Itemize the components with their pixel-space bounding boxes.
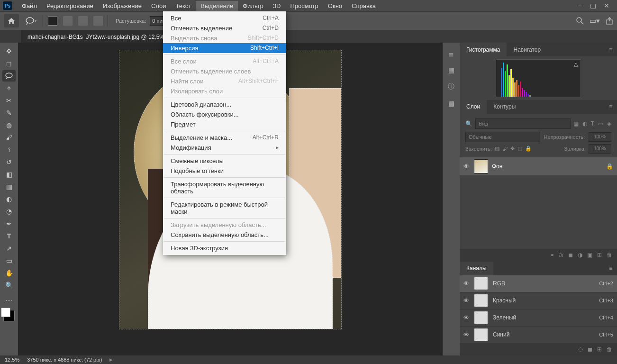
- tab-layers[interactable]: Слои: [460, 100, 487, 114]
- layer-name[interactable]: Фон: [492, 163, 502, 170]
- active-tool-icon[interactable]: ▾: [23, 14, 39, 27]
- delete-layer-icon[interactable]: 🗑: [607, 252, 612, 258]
- selection-intersect-icon[interactable]: [93, 16, 103, 26]
- opacity-input[interactable]: [589, 132, 611, 142]
- menu-фильтр[interactable]: Фильтр: [238, 1, 268, 11]
- restore-icon[interactable]: ▢: [590, 2, 596, 9]
- filter-pixel-icon[interactable]: ▦: [573, 120, 579, 127]
- menu-выделение[interactable]: Выделение: [196, 1, 238, 11]
- panel-icon-2[interactable]: ▦: [448, 66, 454, 74]
- color-swatches[interactable]: [3, 310, 15, 321]
- channel-row[interactable]: 👁КрасныйCtrl+3: [460, 292, 617, 309]
- layer-visibility-icon[interactable]: 👁: [463, 163, 470, 170]
- menu-item[interactable]: Смежные пикселы: [163, 156, 286, 166]
- marquee-tool[interactable]: ◻: [2, 58, 16, 69]
- menu-изображение[interactable]: Изображение: [98, 1, 146, 11]
- histogram-display[interactable]: ⚠: [496, 59, 581, 97]
- menu-item[interactable]: Трансформировать выделенную область: [163, 179, 286, 196]
- dodge-tool[interactable]: ◔: [2, 206, 16, 217]
- zoom-tool[interactable]: 🔍: [2, 280, 16, 291]
- lock-paint-icon[interactable]: 🖌: [502, 146, 508, 152]
- menu-item[interactable]: ИнверсияShift+Ctrl+I: [163, 43, 286, 53]
- menu-item[interactable]: Модификация▸: [163, 143, 286, 153]
- channel-visibility-icon[interactable]: 👁: [463, 331, 469, 338]
- filter-adjust-icon[interactable]: ◐: [582, 120, 587, 127]
- layer-empty-area[interactable]: [460, 175, 617, 249]
- menu-item[interactable]: Цветовой диапазон...: [163, 100, 286, 109]
- history-brush-tool[interactable]: ↺: [2, 156, 16, 168]
- lock-position-icon[interactable]: ✥: [510, 146, 515, 152]
- pen-tool[interactable]: ✒: [2, 218, 16, 229]
- lock-artboard-icon[interactable]: ▢: [517, 146, 522, 152]
- panel-menu-icon[interactable]: ≡: [604, 46, 617, 53]
- tab-paths[interactable]: Контуры: [487, 100, 522, 114]
- channel-visibility-icon[interactable]: 👁: [463, 280, 469, 287]
- panel-icon-1[interactable]: ≣: [448, 50, 454, 58]
- layer-lock-icon[interactable]: 🔒: [606, 163, 613, 170]
- move-tool[interactable]: ✥: [2, 46, 16, 57]
- tab-histogram[interactable]: Гистограмма: [460, 43, 507, 56]
- workspace-switcher-icon[interactable]: ▭▾: [590, 17, 600, 25]
- channel-visibility-icon[interactable]: 👁: [463, 314, 469, 321]
- menu-item[interactable]: Выделение и маска...Alt+Ctrl+R: [163, 133, 286, 143]
- channel-to-selection-icon[interactable]: ◌: [578, 346, 583, 353]
- filter-smart-icon[interactable]: ◈: [607, 120, 611, 127]
- layer-mask-icon[interactable]: ◼: [568, 252, 573, 258]
- lock-all-icon[interactable]: 🔒: [525, 146, 532, 152]
- search-icon[interactable]: [576, 17, 584, 25]
- menu-item[interactable]: Область фокусировки...: [163, 109, 286, 119]
- healing-tool[interactable]: ◍: [2, 119, 16, 131]
- menu-item[interactable]: Редактировать в режиме быстрой маски: [163, 200, 286, 217]
- new-channel-icon[interactable]: ⊞: [597, 346, 602, 353]
- menu-слои[interactable]: Слои: [146, 1, 171, 11]
- layer-filter-input[interactable]: [475, 118, 571, 129]
- tab-navigator[interactable]: Навигатор: [507, 43, 547, 56]
- shape-tool[interactable]: ▭: [2, 255, 16, 266]
- gradient-tool[interactable]: ▦: [2, 181, 16, 192]
- stamp-tool[interactable]: ⟟: [2, 144, 16, 155]
- menu-текст[interactable]: Текст: [171, 1, 196, 11]
- filter-type-icon[interactable]: T: [591, 120, 594, 127]
- selection-new-icon[interactable]: [48, 16, 57, 26]
- channel-row[interactable]: 👁ЗеленыйCtrl+4: [460, 309, 617, 327]
- hand-tool[interactable]: ✋: [2, 267, 16, 279]
- layer-thumbnail[interactable]: [474, 159, 488, 173]
- panel-icon-3[interactable]: ⓘ: [448, 82, 454, 91]
- brush-tool[interactable]: 🖌: [2, 132, 16, 143]
- menu-файл[interactable]: Файл: [17, 1, 42, 11]
- menu-окно[interactable]: Окно: [323, 1, 347, 11]
- minimize-icon[interactable]: ─: [578, 2, 582, 9]
- selection-to-channel-icon[interactable]: ◼: [588, 346, 592, 353]
- menu-item[interactable]: Новая 3D-экструзия: [163, 243, 286, 253]
- menu-item[interactable]: Подобные оттенки: [163, 166, 286, 176]
- histogram-warning-icon[interactable]: ⚠: [573, 62, 579, 68]
- layer-fx-icon[interactable]: fx: [559, 252, 563, 258]
- edit-toolbar-icon[interactable]: ⋯: [2, 295, 16, 306]
- tab-channels[interactable]: Каналы: [460, 262, 493, 275]
- lasso-tool[interactable]: [2, 70, 16, 82]
- menu-item[interactable]: Отменить выделениеCtrl+D: [163, 23, 286, 33]
- panel-menu-icon[interactable]: ≡: [604, 265, 617, 272]
- document-tab[interactable]: mahdi-chaghari-BG1s_JYt2ww-unsplash.jpg …: [21, 30, 183, 43]
- menu-item[interactable]: Предмет: [163, 119, 286, 129]
- channel-row[interactable]: 👁СинийCtrl+5: [460, 327, 617, 344]
- channel-visibility-icon[interactable]: 👁: [463, 297, 469, 304]
- new-layer-icon[interactable]: ⊞: [597, 252, 602, 258]
- blur-tool[interactable]: ◐: [2, 193, 16, 205]
- magic-wand-tool[interactable]: ✧: [2, 82, 16, 94]
- link-layers-icon[interactable]: ⚭: [550, 252, 554, 258]
- layer-row[interactable]: 👁 Фон 🔒: [460, 157, 617, 175]
- home-button[interactable]: [4, 14, 19, 27]
- filter-shape-icon[interactable]: ▭: [598, 120, 603, 127]
- layer-group-icon[interactable]: ▣: [587, 252, 592, 258]
- fill-input[interactable]: [589, 144, 611, 154]
- type-tool[interactable]: T: [2, 230, 16, 242]
- selection-subtract-icon[interactable]: [78, 16, 88, 26]
- menu-item[interactable]: ВсеCtrl+A: [163, 13, 286, 23]
- zoom-level[interactable]: 12,5%: [5, 357, 19, 363]
- channel-row[interactable]: 👁RGBCtrl+2: [460, 275, 617, 292]
- layer-filter-search-icon[interactable]: 🔍: [465, 120, 472, 127]
- eyedropper-tool[interactable]: ✎: [2, 107, 16, 118]
- document-dimensions[interactable]: 3750 пикс. x 4688 пикс. (72 ppi): [27, 357, 102, 363]
- blend-mode-select[interactable]: Обычные: [465, 132, 540, 142]
